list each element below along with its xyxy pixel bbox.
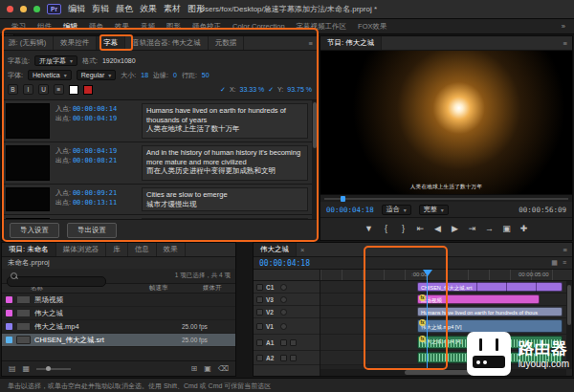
caption-row[interactable]: 入点: 00:00:00:14 出点: 00:00:04:19 Humans h… (2, 100, 318, 142)
label-color-swatch[interactable] (6, 337, 12, 343)
background-color-swatch[interactable] (83, 85, 93, 95)
workspace-tab-learn[interactable]: 学习 (6, 22, 32, 32)
import-settings-button[interactable]: 导入设置 (10, 223, 59, 238)
tab-audio-track-mixer[interactable]: 音轨混合器: 伟大之城 (125, 36, 209, 50)
timeline-track[interactable]: CHISEN_伟大之城.srt (320, 281, 572, 294)
workspace-tab-color-correction-zh[interactable]: 颜色校正 (187, 22, 227, 32)
size-value[interactable]: 18 (141, 72, 148, 78)
text-color-swatch[interactable] (69, 85, 78, 95)
tab-effect-controls[interactable]: 效果控件 (54, 36, 97, 50)
tab-info[interactable]: 信息 (128, 243, 157, 256)
stream-select[interactable]: 开放字幕 ▾ (34, 55, 77, 66)
video-clip[interactable]: 伟大之城.mp4 [V] (417, 319, 563, 333)
workspace-overflow-icon[interactable]: » (559, 22, 568, 31)
caption-text[interactable]: And in the history of human history it's… (142, 145, 308, 181)
close-icon[interactable]: × (297, 243, 308, 256)
add-marker-button[interactable]: ▼ (364, 224, 374, 233)
tab-project[interactable]: 项目: 未命名 (2, 243, 56, 256)
track-visibility-icon[interactable] (280, 309, 287, 316)
track-header[interactable]: C1 (254, 281, 320, 294)
table-row[interactable]: 伟大之城.mp4 25.00 fps (2, 320, 235, 334)
menu-footage[interactable]: 素材 (164, 3, 181, 15)
table-row[interactable]: 黑场视频 (2, 294, 235, 307)
tab-libraries[interactable]: 库 (106, 243, 128, 256)
timeline-track[interactable]: Humans have lived on earth for hundreds … (320, 306, 572, 318)
program-video-frame[interactable]: 人类在地球上生活了数十万年 (320, 51, 572, 194)
resolution-select[interactable]: 完整 ▾ (419, 205, 449, 215)
step-forward-button[interactable]: → (484, 224, 495, 233)
menu-edit[interactable]: 编辑 (68, 3, 85, 15)
tab-source-monitor[interactable]: 源: (无剪辑) (2, 36, 54, 50)
track-visibility-icon[interactable] (280, 284, 287, 291)
workspace-tab-graphics[interactable]: 图形 (161, 22, 187, 32)
list-view-icon[interactable]: ▤ (9, 364, 16, 373)
track-header[interactable]: A1 (254, 335, 320, 351)
track-lock-icon[interactable] (256, 339, 263, 346)
close-window-button[interactable] (7, 6, 13, 12)
label-color-swatch[interactable] (6, 323, 12, 330)
workspace-tab-audio[interactable]: 音频 (135, 22, 161, 32)
mark-out-button[interactable]: } (398, 224, 408, 233)
track-lock-icon[interactable] (256, 296, 263, 303)
menu-effects[interactable]: 效果 (140, 3, 157, 15)
track-visibility-icon[interactable] (280, 323, 287, 330)
caption-text[interactable]: It's only a thousand years ago (142, 218, 308, 219)
table-row[interactable]: CHISEN_伟大之城.srt 25.00 fps (2, 334, 235, 347)
align-center-button[interactable]: ≡ (54, 84, 64, 95)
timeline-settings-icon[interactable]: ≡ (563, 259, 566, 267)
track-header[interactable]: V2 (254, 306, 320, 318)
workspace-tab-color-correction[interactable]: Color Correction (227, 22, 291, 31)
tab-sequence[interactable]: 伟大之城 (254, 243, 297, 256)
timeline-timecode[interactable]: 00:00:04:18 (259, 259, 310, 268)
step-back-button[interactable]: ◀ (432, 224, 443, 233)
track-header[interactable]: V1 (254, 318, 320, 335)
tab-metadata[interactable]: 元数据 (209, 36, 245, 50)
workspace-tab-captions-workspace[interactable]: 字幕视频工作区 (291, 22, 353, 32)
caption-text-clip[interactable]: Humans have lived on earth for hundreds … (417, 307, 563, 316)
check-icon[interactable]: ✓ (220, 86, 226, 94)
delete-icon[interactable]: ⌫ (218, 364, 229, 373)
track-mute-icon[interactable] (280, 339, 287, 346)
go-to-in-button[interactable]: ⇤ (415, 224, 426, 233)
caption-text[interactable]: Humans have lived on earth for hundreds … (142, 103, 308, 139)
play-button[interactable]: ▶ (450, 224, 460, 233)
track-header[interactable]: A2 (254, 351, 320, 365)
track-lock-icon[interactable] (256, 323, 263, 330)
panel-menu-icon[interactable]: ≡ (304, 36, 318, 50)
caption-thumbnail[interactable] (6, 218, 50, 219)
menu-color[interactable]: 颜色 (116, 3, 133, 15)
timeline-track[interactable]: 黑场视频 fx (320, 294, 572, 306)
program-playhead[interactable] (341, 196, 345, 202)
new-item-icon[interactable]: ▣ (204, 364, 211, 373)
tab-effects[interactable]: 效果 (157, 243, 186, 256)
caption-row[interactable]: 入点: 00:00:13:11 It's only a thousand yea… (2, 215, 318, 219)
caption-thumbnail[interactable] (6, 103, 50, 139)
menu-clip[interactable]: 剪辑 (92, 3, 109, 15)
tab-captions[interactable]: 字幕 (97, 36, 125, 50)
snap-icon[interactable]: ▦ (551, 259, 558, 267)
search-input[interactable] (7, 276, 106, 287)
bold-button[interactable]: B (8, 84, 18, 95)
caption-row[interactable]: 入点: 00:00:04:19 出点: 00:00:08:21 And in t… (2, 142, 318, 185)
label-color-swatch[interactable] (6, 310, 12, 316)
track-mute-icon[interactable] (280, 355, 287, 361)
track-header[interactable]: V3 (254, 294, 320, 306)
program-timecode[interactable]: 00:00:04:18 (326, 206, 374, 214)
underline-button[interactable]: U (38, 84, 49, 95)
caption-list-scrollbar[interactable] (312, 100, 318, 219)
check-icon[interactable]: ✓ (268, 86, 274, 94)
workspace-tab-color[interactable]: 颜色 (83, 22, 109, 32)
playhead[interactable] (427, 270, 428, 368)
button-editor-button[interactable]: ✚ (519, 224, 529, 233)
track-visibility-icon[interactable] (280, 296, 287, 303)
track-solo-icon[interactable] (290, 355, 297, 361)
export-frame-button[interactable]: ▣ (501, 224, 512, 233)
y-value[interactable]: 93.75 % (287, 86, 312, 93)
subtitle-clip[interactable]: CHISEN_伟大之城.srt (417, 282, 563, 292)
workspace-tab-effects[interactable]: 效果 (109, 22, 135, 32)
x-value[interactable]: 33.33 % (240, 86, 265, 93)
track-lock-icon[interactable] (256, 284, 263, 291)
new-bin-icon[interactable]: ⊞ (190, 364, 197, 373)
zoom-window-button[interactable] (33, 6, 40, 12)
font-select[interactable]: Helvetica ▾ (28, 70, 72, 80)
